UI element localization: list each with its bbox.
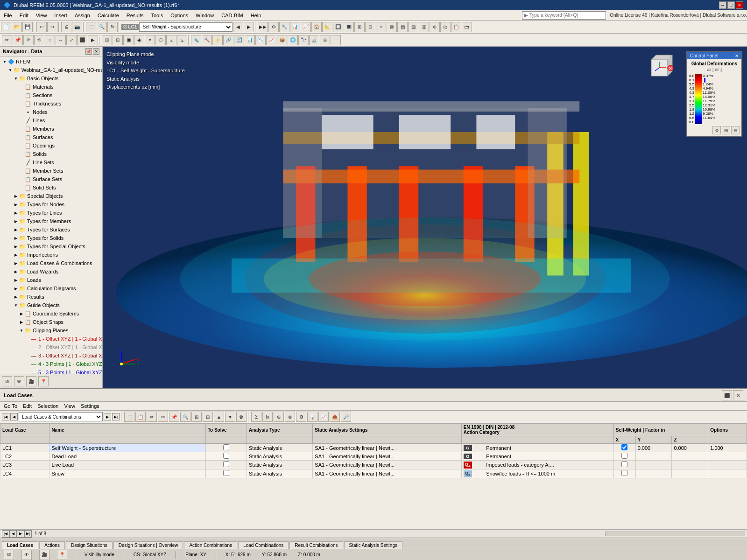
- tree-members[interactable]: 📋Members: [18, 125, 101, 133]
- tb-btn-o[interactable]: ▧: [408, 22, 418, 32]
- tree-cp-4[interactable]: —4 - 3 Points | 1 - Global XYZ | 0.50: [23, 360, 101, 368]
- tree-cp-3[interactable]: —3 - Offset XYZ | 1 - Global XYZ | 0.6: [23, 351, 101, 360]
- save-button[interactable]: 💾: [22, 22, 33, 32]
- tb-btn-t[interactable]: 🗃: [462, 22, 472, 32]
- tree-linesets[interactable]: ╱Line Sets: [18, 158, 101, 167]
- page-prev[interactable]: ◀: [10, 413, 18, 420]
- status-icon-1[interactable]: 🖥: [4, 550, 14, 560]
- bt-goto[interactable]: Go To: [2, 403, 19, 409]
- keyword-search[interactable]: [522, 11, 606, 20]
- tree-types-members[interactable]: ▶📁Types for Members: [12, 217, 101, 225]
- tree-types-lines[interactable]: ▶📁Types for Lines: [12, 209, 101, 217]
- tb2-btn-e[interactable]: ↕: [45, 35, 55, 45]
- tb-btn-r[interactable]: 🗂: [440, 22, 451, 32]
- cp-settings-button[interactable]: ⚙: [712, 126, 721, 134]
- cb-lc2[interactable]: [223, 453, 229, 459]
- nav-close-button[interactable]: ✕: [93, 48, 99, 55]
- tb-btn-i[interactable]: 🔳: [344, 22, 354, 32]
- new-button[interactable]: 📄: [1, 22, 11, 32]
- bt2-m[interactable]: fx: [262, 412, 273, 422]
- tb2-btn-v[interactable]: 🔄: [234, 35, 244, 45]
- cube-nav-widget[interactable]: X: [644, 50, 677, 84]
- tb2-btn-y[interactable]: 📈: [266, 35, 276, 45]
- cp-view-button[interactable]: ⊞: [722, 126, 730, 134]
- tree-openings[interactable]: 📋Openings: [18, 141, 101, 150]
- bt-edit[interactable]: Edit: [21, 403, 34, 409]
- tb-btn-g[interactable]: 📐: [322, 22, 332, 32]
- tree-project[interactable]: ▼ 📁 Webinar_GA-1_all-updated_NO-results …: [7, 66, 101, 74]
- tb2-btn-h[interactable]: ⬛: [77, 35, 87, 45]
- cp-other-button[interactable]: ⊟: [731, 126, 740, 134]
- tb-btn-d[interactable]: 📊: [290, 22, 300, 32]
- tab-actions[interactable]: Actions: [39, 541, 65, 549]
- select-button[interactable]: ⬚: [86, 22, 96, 32]
- bt2-h[interactable]: ⊟: [203, 412, 213, 422]
- tb2-btn-n[interactable]: ✦: [145, 35, 155, 45]
- menu-window[interactable]: Window: [192, 10, 218, 20]
- tab-design-situations-overview[interactable]: Design Situations | Overview: [113, 541, 183, 549]
- tb2-btn-w[interactable]: 📊: [245, 35, 255, 45]
- tree-solidsets[interactable]: 📋Solid Sets: [18, 183, 101, 192]
- bt2-o[interactable]: ⊗: [285, 412, 295, 422]
- tb2-btn-c[interactable]: ⟳: [23, 35, 34, 45]
- status-icon-2[interactable]: 👁: [21, 550, 32, 560]
- redo-button[interactable]: ↪: [47, 22, 57, 32]
- cp-close-button[interactable]: ✕: [735, 53, 739, 58]
- bt2-a[interactable]: ⬚: [124, 412, 134, 422]
- tb-btn-h[interactable]: 🔲: [333, 22, 343, 32]
- tb2-btn-t[interactable]: ⚡: [212, 35, 223, 45]
- menu-results[interactable]: Results: [123, 10, 148, 20]
- tb2-btn-i[interactable]: ▶: [88, 35, 98, 45]
- cbx-lc4[interactable]: [621, 470, 627, 476]
- bt2-f[interactable]: 🔍: [180, 412, 190, 422]
- tree-rfem[interactable]: ▼ 🔷 RFEM: [1, 57, 101, 66]
- lc-selector[interactable]: Self Weight - Superstructure: [139, 22, 233, 32]
- print-button[interactable]: 🖨: [61, 22, 71, 32]
- lc-type-combo[interactable]: Load Cases & Combinations: [19, 412, 103, 421]
- h-scrollbar[interactable]: [605, 532, 745, 536]
- status-icon-4[interactable]: 📍: [57, 550, 67, 560]
- tb2-btn-f[interactable]: ↔: [56, 35, 66, 45]
- tab-action-combinations[interactable]: Action Combinations: [184, 541, 237, 549]
- bt2-t[interactable]: 🔎: [341, 412, 351, 422]
- tree-materials[interactable]: 📋Materials: [18, 83, 101, 91]
- tree-object-snaps[interactable]: ▶📋Object Snaps: [18, 318, 101, 326]
- bt2-g[interactable]: ⊞: [191, 412, 202, 422]
- nav-icon-2[interactable]: 👁: [14, 376, 24, 386]
- tb-btn-f[interactable]: 🏠: [311, 22, 322, 32]
- tree-lines[interactable]: ╱Lines: [18, 116, 101, 125]
- cb-lc1[interactable]: [223, 444, 229, 450]
- menu-file[interactable]: File: [0, 10, 16, 20]
- tb2-btn-ad[interactable]: ⊛: [320, 35, 330, 45]
- tree-guide-objects[interactable]: ▼📁Guide Objects: [12, 301, 101, 309]
- tb2-btn-s[interactable]: 🔨: [202, 35, 212, 45]
- tab-result-combinations[interactable]: Result Combinations: [289, 541, 343, 549]
- next-lc[interactable]: ▶: [244, 22, 254, 32]
- tb2-btn-o[interactable]: ⬡: [155, 35, 166, 45]
- page-first-bottom[interactable]: |◀: [2, 530, 9, 538]
- tb2-btn-j[interactable]: ⊞: [102, 35, 112, 45]
- rotate-button[interactable]: ↻: [107, 22, 118, 32]
- cb-lc4[interactable]: [223, 470, 229, 476]
- close-button[interactable]: ✕: [736, 1, 743, 9]
- tb2-btn-k[interactable]: ⊟: [113, 35, 123, 45]
- tb2-btn-ab[interactable]: 🔭: [298, 35, 309, 45]
- bt2-q[interactable]: 📊: [307, 412, 317, 422]
- page-last[interactable]: ▶|: [112, 413, 120, 420]
- bt2-d[interactable]: ✂: [158, 412, 168, 422]
- tree-coord-systems[interactable]: ▶📋Coordinate Systems: [18, 309, 101, 318]
- bp-minimize[interactable]: ⬛: [722, 390, 732, 400]
- tb2-btn-q[interactable]: ⊾: [177, 35, 187, 45]
- nav-icon-3[interactable]: 🎥: [26, 376, 36, 386]
- tree-membersets[interactable]: 📋Member Sets: [18, 167, 101, 175]
- tree-special-objects[interactable]: ▶📁Special Objects: [12, 192, 101, 200]
- bt2-l[interactable]: Σ: [251, 412, 261, 422]
- tree-calc-diagrams[interactable]: ▶📁Calculation Diagrams: [12, 284, 101, 293]
- status-icon-3[interactable]: 🎥: [39, 550, 49, 560]
- tb2-btn-ae[interactable]: ⋯: [331, 35, 341, 45]
- tb-btn-j[interactable]: ⊞: [354, 22, 365, 32]
- bt2-b[interactable]: 📋: [135, 412, 146, 422]
- tree-types-special[interactable]: ▶📁Types for Special Objects: [12, 242, 101, 251]
- bt2-r[interactable]: 📈: [318, 412, 329, 422]
- tb2-btn-ac[interactable]: 🔬: [309, 35, 319, 45]
